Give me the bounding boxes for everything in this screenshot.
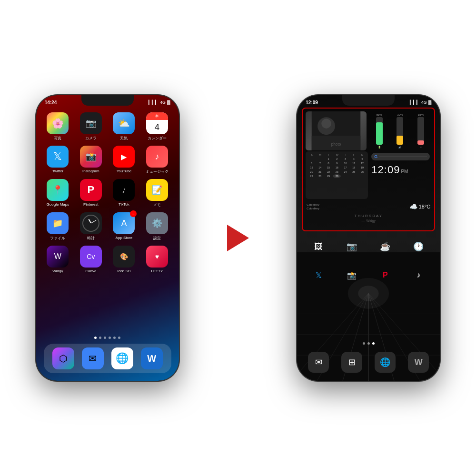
bat-fill-3 (417, 140, 424, 145)
maps-label: Google Maps (47, 202, 69, 207)
instagram-label: Instagram (82, 169, 99, 173)
city-line-2: Coloelkey (307, 207, 319, 210)
dark-dock-globe[interactable]: 🌐 (375, 352, 396, 373)
svg-point-12 (358, 286, 379, 301)
cal-icon-month: 木 (146, 112, 168, 120)
widgy-icon: W (47, 246, 69, 268)
google-search-bar[interactable]: G (371, 153, 430, 160)
cal-col-s2: S (361, 153, 363, 156)
weather-sun-icon: ☁️ (409, 203, 417, 210)
dark-icon-tiktok[interactable]: ♪ (410, 267, 427, 284)
settings-icon: ⚙️ (146, 212, 168, 234)
photo-placeholder: photo (306, 111, 367, 150)
iconsd-label: Icon SD (117, 269, 130, 273)
search-divider (379, 157, 427, 157)
dark-icons-row-1: 🖼 📷 ☕ 🕐 (302, 238, 435, 255)
cal-col-f: F (353, 153, 355, 156)
cal-icon-day: 4 (146, 120, 168, 134)
app-pinterest[interactable]: P Pinterest (77, 179, 105, 208)
chrome-icon: 🌐 (111, 347, 133, 369)
page-dots-2 (297, 342, 440, 345)
app-twitter[interactable]: 𝕏 Twitter (44, 146, 72, 174)
battery-icon-2: ▓ (428, 100, 432, 105)
widgy-attribution: — Widgy (303, 219, 434, 224)
dark-icon-pinterest[interactable]: P (377, 267, 394, 284)
app-music[interactable]: ♪ ミュージック (143, 146, 171, 174)
word-icon: W (141, 347, 163, 369)
cal-col-s1: S (311, 153, 313, 156)
dock-1: ⬡ ✉ 🌐 W (44, 344, 171, 373)
app-settings[interactable]: ⚙️ 設定 (143, 212, 171, 241)
clock-label: 時計 (87, 236, 95, 241)
letty-label: LETTY (151, 269, 163, 273)
status-right-1: ▎▎▎ 4G ▓ (149, 100, 170, 105)
widgy-label-1: Widgy (52, 269, 63, 273)
app-notes[interactable]: 📝 メモ (143, 179, 171, 208)
dark-icon-gallery[interactable]: 🖼 (310, 238, 327, 255)
dark-dock-layers[interactable]: ⊞ (341, 352, 362, 373)
app-letty[interactable]: ♥ LETTY (143, 246, 171, 273)
app-appstore[interactable]: A 3 App Store (110, 212, 139, 241)
weather-label: 天気 (120, 136, 128, 141)
bat-label-1: 81% (377, 113, 382, 116)
time-display: 12:09 PM (371, 164, 430, 176)
app-tiktok[interactable]: ♪ TikTok (110, 179, 139, 208)
app-weather[interactable]: ⛅ 天気 (110, 112, 139, 141)
scene: 14:24 ▎▎▎ 4G ▓ 🌸 写真 📷 カメラ (0, 0, 476, 476)
app-widgy[interactable]: W Widgy (44, 246, 72, 273)
dot-4 (109, 337, 111, 339)
dock-mail[interactable]: ✉ (82, 347, 104, 369)
maps-icon: 📍 (47, 179, 69, 201)
app-maps[interactable]: 📍 Google Maps (44, 179, 72, 208)
dock-word[interactable]: W (141, 347, 163, 369)
signal-icon-2: ▎▎▎ (410, 100, 420, 105)
photos-label: 写真 (54, 136, 61, 141)
status-time-1: 14:24 (45, 100, 57, 105)
app-iconsd[interactable]: 🎨 Icon SD (110, 246, 139, 273)
music-label: ミュージック (146, 169, 169, 174)
camera-label: カメラ (85, 136, 97, 141)
screen-2: 12:09 ▎▎▎ 4G ▓ (297, 95, 440, 381)
dock-shortcuts[interactable]: ⬡ (52, 347, 74, 369)
dark-icon-instagram[interactable]: 📸 (343, 267, 360, 284)
app-youtube[interactable]: ▶ YouTube (110, 146, 139, 174)
dark-dock-w[interactable]: W (408, 352, 429, 373)
dark-dock-mail[interactable]: ✉ (308, 352, 329, 373)
dark-icon-clock[interactable]: 🕐 (410, 238, 427, 255)
mail-icon: ✉ (82, 347, 104, 369)
app-calendar[interactable]: 木 4 カレンダー (143, 112, 171, 141)
bat-label-2: 32% (397, 113, 403, 116)
cal-col-t2: T (345, 153, 347, 156)
app-photos[interactable]: 🌸 写真 (44, 112, 72, 141)
battery-icon-1: ▓ (167, 100, 170, 105)
weather-location: Coloelkey Coloelkey (307, 203, 319, 211)
dark-icon-twitter[interactable]: 𝕏 (310, 267, 327, 284)
app-clock[interactable]: 時計 (77, 212, 105, 241)
canva-icon: Cv (80, 246, 102, 268)
bat-icon-3: ☀ (420, 146, 422, 149)
dark-icon-camera[interactable]: 📷 (343, 238, 360, 255)
twitter-icon: 𝕏 (47, 146, 69, 168)
bat-fill-2 (397, 136, 403, 145)
dark-icon-coffee[interactable]: ☕ (377, 238, 394, 255)
notes-label: メモ (153, 202, 161, 208)
status-time-2: 12:09 (306, 100, 318, 105)
phone-after: 12:09 ▎▎▎ 4G ▓ (297, 95, 440, 381)
status-right-2: ▎▎▎ 4G ▓ (410, 100, 432, 105)
notes-icon: 📝 (146, 179, 168, 201)
settings-label: 設定 (153, 236, 161, 241)
weather-icon: ⛅ (113, 112, 135, 134)
cal-grid: 12345 6789101112 13141516171819 20212223… (307, 157, 366, 178)
app-instagram[interactable]: 📸 Instagram (77, 146, 105, 174)
clock-google-widget: G 12:09 PM (370, 151, 431, 199)
dark-dot-3 (372, 342, 375, 345)
app-camera[interactable]: 📷 カメラ (77, 112, 105, 141)
dark-icons-row-2: 𝕏 📸 P ♪ (302, 267, 435, 284)
dock-chrome[interactable]: 🌐 (111, 347, 133, 369)
photo-widget: photo (306, 111, 367, 150)
app-canva[interactable]: Cv Canva (77, 246, 105, 273)
app-files[interactable]: 📁 ファイル (44, 212, 72, 241)
widget-area: photo 81% 🔋 (302, 108, 435, 231)
clock-icon (80, 212, 102, 234)
cal-col-w: W (336, 153, 338, 156)
